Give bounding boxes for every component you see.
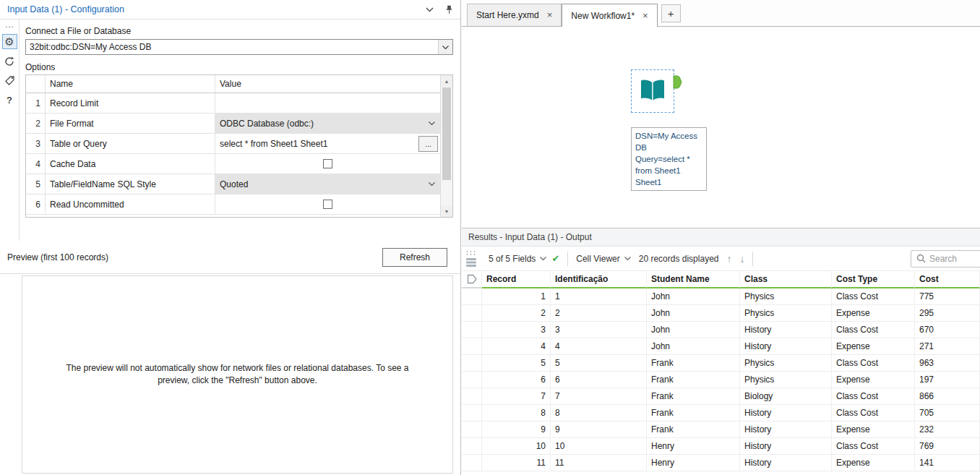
cell-identificacao[interactable]: 5 <box>551 355 647 371</box>
cell-record[interactable]: 2 <box>482 305 551 321</box>
cell-record[interactable]: 11 <box>482 455 551 471</box>
options-scrollbar[interactable]: ▲ ▼ <box>440 75 452 217</box>
cell-cost-type[interactable]: Class Cost <box>832 355 915 371</box>
close-tab-icon[interactable]: × <box>547 11 553 20</box>
cell-cost[interactable]: 197 <box>915 372 980 388</box>
option-row-file-format[interactable]: 2 File Format ODBC Database (odbc:) <box>26 114 440 134</box>
scroll-up-icon[interactable]: ▲ <box>441 75 452 87</box>
cell-class[interactable]: History <box>740 438 832 454</box>
cell-identificacao[interactable]: 8 <box>551 405 647 421</box>
connection-combobox[interactable]: 32bit:odbc:DSN=My Access DB <box>25 39 453 55</box>
cell-record[interactable]: 7 <box>482 388 551 404</box>
cell-student-name[interactable]: John <box>647 288 740 304</box>
cell-class[interactable]: Physics <box>740 305 832 321</box>
cell-class[interactable]: Physics <box>740 288 832 304</box>
cell-cost-type[interactable]: Expense <box>832 305 915 321</box>
cell-cost-type[interactable]: Class Cost <box>832 388 915 404</box>
combo-dropdown-button[interactable] <box>438 40 452 54</box>
table-row[interactable]: 1111HenryHistoryExpense141 <box>462 455 980 471</box>
scroll-down-icon[interactable]: ▼ <box>441 205 452 217</box>
cell-record[interactable]: 10 <box>482 438 551 454</box>
cell-class[interactable]: History <box>740 405 832 421</box>
cell-identificacao[interactable]: 10 <box>551 438 647 454</box>
column-header-cost[interactable]: Cost <box>915 271 980 288</box>
cell-cost-type[interactable]: Class Cost <box>832 288 915 304</box>
cell-cost[interactable]: 705 <box>915 405 980 421</box>
chevron-down-icon[interactable] <box>426 7 434 12</box>
cell-cost[interactable]: 963 <box>915 355 980 371</box>
cell-identificacao[interactable]: 11 <box>551 455 647 471</box>
configuration-gear-icon[interactable]: ⚙ <box>2 34 17 49</box>
cell-student-name[interactable]: Frank <box>647 388 740 404</box>
browse-query-button[interactable]: ... <box>418 136 438 152</box>
cell-cost[interactable]: 295 <box>915 305 980 321</box>
cell-identificacao[interactable]: 7 <box>551 388 647 404</box>
anchor-pentagon-icon[interactable] <box>462 271 482 288</box>
cell-cost[interactable]: 866 <box>915 388 980 404</box>
search-box[interactable] <box>911 250 980 268</box>
cell-class[interactable]: History <box>740 322 832 338</box>
cell-student-name[interactable]: Frank <box>647 355 740 371</box>
option-row-sql-style[interactable]: 5 Table/FieldName SQL Style Quoted <box>26 174 440 194</box>
anchors-list-icon[interactable] <box>465 257 477 267</box>
cell-student-name[interactable]: Frank <box>647 421 740 437</box>
cell-student-name[interactable]: John <box>647 322 740 338</box>
table-row[interactable]: 22JohnPhysicsExpense295 <box>462 305 980 322</box>
cell-student-name[interactable]: Frank <box>647 372 740 388</box>
column-header-student-name[interactable]: Student Name <box>647 271 740 288</box>
cell-student-name[interactable]: John <box>647 305 740 321</box>
cache-data-checkbox[interactable] <box>323 159 332 168</box>
cell-identificacao[interactable]: 6 <box>551 372 647 388</box>
option-row-read-uncommitted[interactable]: 6 Read Uncommitted <box>26 194 440 215</box>
option-row-record-limit[interactable]: 1 Record Limit <box>26 93 440 114</box>
tool-annotation[interactable]: DSN=My Access DB Query=select * from She… <box>631 127 707 191</box>
cell-class[interactable]: History <box>740 455 832 471</box>
table-row[interactable]: 44JohnHistoryExpense271 <box>462 338 980 355</box>
cell-cost-type[interactable]: Expense <box>832 455 915 471</box>
cell-class[interactable]: History <box>740 338 832 354</box>
table-row[interactable]: 33JohnHistoryClass Cost670 <box>462 322 980 338</box>
cell-identificacao[interactable]: 9 <box>551 421 647 437</box>
cell-viewer-dropdown[interactable]: Cell Viewer <box>576 254 630 264</box>
overflow-dots-icon[interactable]: … <box>5 21 14 30</box>
cell-identificacao[interactable]: 3 <box>551 322 647 338</box>
table-row[interactable]: 11JohnPhysicsClass Cost775 <box>462 288 980 305</box>
cell-record[interactable]: 8 <box>482 405 551 421</box>
cell-student-name[interactable]: John <box>647 338 740 354</box>
cell-cost-type[interactable]: Expense <box>832 338 915 354</box>
search-input[interactable] <box>929 254 980 264</box>
cell-class[interactable]: Physics <box>740 372 832 388</box>
cell-cost[interactable]: 141 <box>915 455 980 471</box>
annotation-tag-icon[interactable] <box>2 73 17 88</box>
option-row-cache-data[interactable]: 4 Cache Data <box>26 154 440 174</box>
cell-cost[interactable]: 670 <box>915 322 980 338</box>
cell-cost[interactable]: 769 <box>915 438 980 454</box>
cell-student-name[interactable]: Henry <box>647 455 740 471</box>
read-uncommitted-checkbox[interactable] <box>323 200 332 209</box>
close-tab-icon[interactable]: × <box>642 12 648 20</box>
fields-dropdown[interactable]: 5 of 5 Fields <box>489 254 546 264</box>
column-header-cost-type[interactable]: Cost Type <box>832 271 915 288</box>
column-header-class[interactable]: Class <box>740 271 832 288</box>
tab-start-here[interactable]: Start Here.yxmd × <box>467 4 562 26</box>
cell-cost-type[interactable]: Expense <box>832 421 915 437</box>
cell-cost-type[interactable]: Class Cost <box>832 405 915 421</box>
table-row[interactable]: 66FrankPhysicsExpense197 <box>462 372 980 388</box>
table-query-value[interactable]: select * from Sheet1 Sheet1 <box>215 139 418 149</box>
cell-identificacao[interactable]: 1 <box>551 288 647 304</box>
cell-class[interactable]: Physics <box>740 355 832 371</box>
cell-record[interactable]: 3 <box>482 322 551 338</box>
column-header-identificacao[interactable]: Identificação <box>551 271 647 288</box>
tab-new-workflow[interactable]: New Workflow1* × <box>562 4 657 27</box>
cell-student-name[interactable]: Frank <box>647 405 740 421</box>
table-row[interactable]: 1010HenryHistoryClass Cost769 <box>462 438 980 455</box>
output-anchor[interactable] <box>673 75 682 89</box>
cell-record[interactable]: 6 <box>482 372 551 388</box>
refresh-circle-icon[interactable] <box>2 54 17 69</box>
move-down-icon[interactable]: ↓ <box>739 253 744 265</box>
cell-record[interactable]: 9 <box>482 421 551 437</box>
cell-record[interactable]: 4 <box>482 338 551 354</box>
cell-identificacao[interactable]: 4 <box>551 338 647 354</box>
cell-cost[interactable]: 775 <box>915 288 980 304</box>
panel-grip[interactable] <box>465 250 477 255</box>
